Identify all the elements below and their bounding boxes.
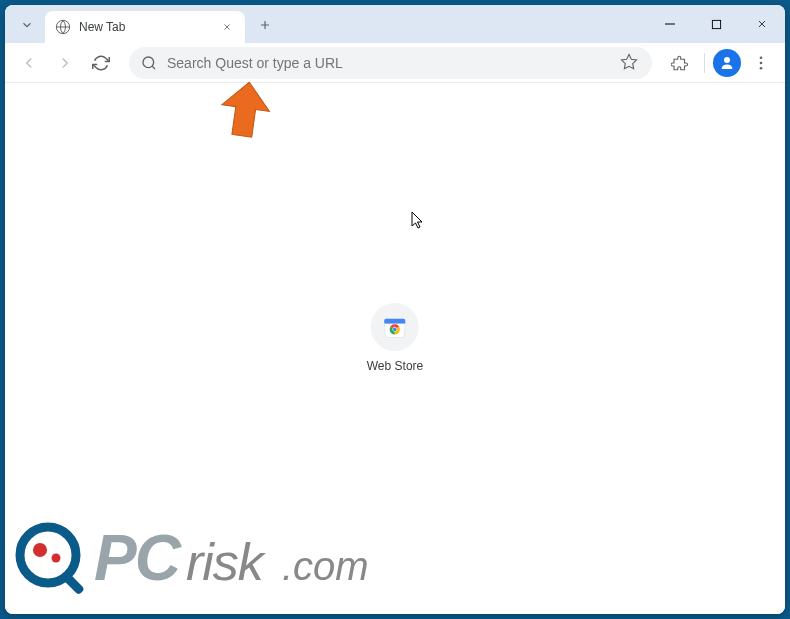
toolbar (5, 43, 785, 83)
svg-point-13 (760, 56, 763, 59)
shortcut-web-store[interactable]: Web Store (367, 303, 423, 373)
reload-button[interactable] (85, 47, 117, 79)
profile-avatar[interactable] (713, 49, 741, 77)
browser-tab[interactable]: New Tab (45, 11, 245, 43)
minimize-button[interactable] (647, 8, 693, 40)
address-bar[interactable] (129, 47, 652, 79)
shortcut-label: Web Store (367, 359, 423, 373)
browser-window: New Tab (5, 5, 785, 614)
tab-title: New Tab (79, 20, 219, 34)
svg-point-18 (393, 327, 397, 331)
svg-point-9 (143, 57, 154, 68)
svg-point-14 (760, 61, 763, 64)
tab-search-button[interactable] (13, 11, 41, 39)
svg-point-12 (724, 57, 730, 63)
svg-line-10 (152, 66, 155, 69)
svg-rect-6 (712, 20, 720, 28)
bookmark-star-icon[interactable] (620, 53, 640, 73)
menu-button[interactable] (745, 47, 777, 79)
toolbar-separator (704, 53, 705, 73)
extensions-button[interactable] (664, 47, 696, 79)
back-button[interactable] (13, 47, 45, 79)
svg-marker-11 (622, 54, 637, 68)
forward-button[interactable] (49, 47, 81, 79)
close-tab-button[interactable] (219, 19, 235, 35)
globe-icon (55, 19, 71, 35)
new-tab-button[interactable] (251, 11, 279, 39)
web-store-icon (371, 303, 419, 351)
maximize-button[interactable] (693, 8, 739, 40)
close-window-button[interactable] (739, 8, 785, 40)
tab-strip: New Tab (5, 5, 785, 43)
window-controls (647, 5, 785, 43)
search-icon (141, 55, 157, 71)
svg-point-15 (760, 66, 763, 69)
new-tab-content: Web Store (5, 83, 785, 614)
url-input[interactable] (167, 55, 612, 71)
